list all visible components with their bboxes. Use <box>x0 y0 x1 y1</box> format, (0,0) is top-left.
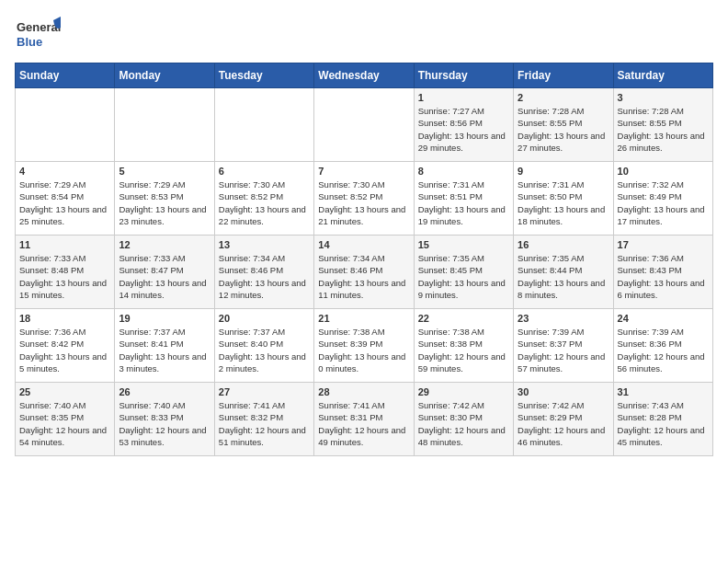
day-detail: Sunrise: 7:34 AM Sunset: 8:46 PM Dayligh… <box>219 252 310 301</box>
day-number: 21 <box>318 313 409 324</box>
day-number: 8 <box>418 166 509 177</box>
header-cell-thursday: Thursday <box>414 63 513 88</box>
day-number: 31 <box>618 386 709 397</box>
day-cell <box>16 88 115 162</box>
day-number: 16 <box>518 239 609 250</box>
day-number: 23 <box>518 313 609 324</box>
day-number: 13 <box>219 239 310 250</box>
day-cell: 6Sunrise: 7:30 AM Sunset: 8:52 PM Daylig… <box>214 162 313 236</box>
day-detail: Sunrise: 7:31 AM Sunset: 8:51 PM Dayligh… <box>418 178 509 227</box>
day-number: 1 <box>418 92 509 103</box>
day-number: 30 <box>518 386 609 397</box>
week-row: 25Sunrise: 7:40 AM Sunset: 8:35 PM Dayli… <box>16 383 713 456</box>
day-cell: 3Sunrise: 7:28 AM Sunset: 8:55 PM Daylig… <box>613 88 712 162</box>
day-cell: 24Sunrise: 7:39 AM Sunset: 8:36 PM Dayli… <box>613 309 712 383</box>
day-cell: 17Sunrise: 7:36 AM Sunset: 8:43 PM Dayli… <box>613 236 712 309</box>
day-cell: 16Sunrise: 7:35 AM Sunset: 8:44 PM Dayli… <box>514 236 613 309</box>
header-cell-monday: Monday <box>115 63 214 88</box>
day-cell: 7Sunrise: 7:30 AM Sunset: 8:52 PM Daylig… <box>314 162 414 236</box>
day-cell: 27Sunrise: 7:41 AM Sunset: 8:32 PM Dayli… <box>214 383 313 456</box>
day-cell: 26Sunrise: 7:40 AM Sunset: 8:33 PM Dayli… <box>115 383 214 456</box>
header-row: SundayMondayTuesdayWednesdayThursdayFrid… <box>16 63 713 88</box>
day-cell: 19Sunrise: 7:37 AM Sunset: 8:41 PM Dayli… <box>115 309 214 383</box>
day-number: 14 <box>318 239 409 250</box>
day-detail: Sunrise: 7:42 AM Sunset: 8:29 PM Dayligh… <box>518 399 609 448</box>
header: General Blue <box>15 15 713 52</box>
day-cell: 25Sunrise: 7:40 AM Sunset: 8:35 PM Dayli… <box>16 383 115 456</box>
header-cell-sunday: Sunday <box>16 63 115 88</box>
day-cell: 8Sunrise: 7:31 AM Sunset: 8:51 PM Daylig… <box>414 162 513 236</box>
day-detail: Sunrise: 7:35 AM Sunset: 8:44 PM Dayligh… <box>518 252 609 301</box>
day-number: 17 <box>618 239 709 250</box>
day-detail: Sunrise: 7:39 AM Sunset: 8:37 PM Dayligh… <box>518 326 609 374</box>
day-cell: 21Sunrise: 7:38 AM Sunset: 8:39 PM Dayli… <box>314 309 414 383</box>
day-number: 4 <box>19 166 110 177</box>
day-detail: Sunrise: 7:30 AM Sunset: 8:52 PM Dayligh… <box>219 178 310 227</box>
svg-text:Blue: Blue <box>17 35 42 49</box>
day-detail: Sunrise: 7:35 AM Sunset: 8:45 PM Dayligh… <box>418 252 509 301</box>
day-detail: Sunrise: 7:41 AM Sunset: 8:32 PM Dayligh… <box>219 399 310 448</box>
day-number: 10 <box>618 166 709 177</box>
calendar-body: 1Sunrise: 7:27 AM Sunset: 8:56 PM Daylig… <box>16 88 713 456</box>
day-cell: 14Sunrise: 7:34 AM Sunset: 8:46 PM Dayli… <box>314 236 414 309</box>
header-cell-wednesday: Wednesday <box>314 63 414 88</box>
day-detail: Sunrise: 7:40 AM Sunset: 8:33 PM Dayligh… <box>119 399 210 448</box>
day-detail: Sunrise: 7:31 AM Sunset: 8:50 PM Dayligh… <box>518 178 609 227</box>
header-cell-friday: Friday <box>514 63 613 88</box>
day-number: 2 <box>518 92 609 103</box>
day-detail: Sunrise: 7:38 AM Sunset: 8:38 PM Dayligh… <box>418 326 509 374</box>
day-number: 6 <box>219 166 310 177</box>
day-number: 20 <box>219 313 310 324</box>
day-cell: 23Sunrise: 7:39 AM Sunset: 8:37 PM Dayli… <box>514 309 613 383</box>
day-number: 28 <box>318 386 409 397</box>
day-number: 22 <box>418 313 509 324</box>
day-cell: 10Sunrise: 7:32 AM Sunset: 8:49 PM Dayli… <box>613 162 712 236</box>
day-cell: 1Sunrise: 7:27 AM Sunset: 8:56 PM Daylig… <box>414 88 513 162</box>
day-detail: Sunrise: 7:28 AM Sunset: 8:55 PM Dayligh… <box>618 105 709 154</box>
day-cell: 22Sunrise: 7:38 AM Sunset: 8:38 PM Dayli… <box>414 309 513 383</box>
day-number: 9 <box>518 166 609 177</box>
week-row: 4Sunrise: 7:29 AM Sunset: 8:54 PM Daylig… <box>16 162 713 236</box>
day-number: 12 <box>119 239 210 250</box>
day-detail: Sunrise: 7:28 AM Sunset: 8:55 PM Dayligh… <box>518 105 609 154</box>
day-cell: 29Sunrise: 7:42 AM Sunset: 8:30 PM Dayli… <box>414 383 513 456</box>
day-cell: 4Sunrise: 7:29 AM Sunset: 8:54 PM Daylig… <box>16 162 115 236</box>
day-detail: Sunrise: 7:37 AM Sunset: 8:40 PM Dayligh… <box>219 326 310 374</box>
week-row: 1Sunrise: 7:27 AM Sunset: 8:56 PM Daylig… <box>16 88 713 162</box>
day-detail: Sunrise: 7:42 AM Sunset: 8:30 PM Dayligh… <box>418 399 509 448</box>
day-cell: 5Sunrise: 7:29 AM Sunset: 8:53 PM Daylig… <box>115 162 214 236</box>
day-number: 7 <box>318 166 409 177</box>
day-detail: Sunrise: 7:43 AM Sunset: 8:28 PM Dayligh… <box>618 399 709 448</box>
day-cell: 30Sunrise: 7:42 AM Sunset: 8:29 PM Dayli… <box>514 383 613 456</box>
day-detail: Sunrise: 7:30 AM Sunset: 8:52 PM Dayligh… <box>318 178 409 227</box>
day-number: 24 <box>618 313 709 324</box>
day-detail: Sunrise: 7:34 AM Sunset: 8:46 PM Dayligh… <box>318 252 409 301</box>
day-detail: Sunrise: 7:36 AM Sunset: 8:43 PM Dayligh… <box>618 252 709 301</box>
day-detail: Sunrise: 7:33 AM Sunset: 8:48 PM Dayligh… <box>19 252 110 301</box>
day-number: 5 <box>119 166 210 177</box>
day-cell: 31Sunrise: 7:43 AM Sunset: 8:28 PM Dayli… <box>613 383 712 456</box>
day-cell: 2Sunrise: 7:28 AM Sunset: 8:55 PM Daylig… <box>514 88 613 162</box>
day-detail: Sunrise: 7:29 AM Sunset: 8:54 PM Dayligh… <box>19 178 110 227</box>
day-detail: Sunrise: 7:38 AM Sunset: 8:39 PM Dayligh… <box>318 326 409 374</box>
day-cell: 12Sunrise: 7:33 AM Sunset: 8:47 PM Dayli… <box>115 236 214 309</box>
day-cell <box>115 88 214 162</box>
day-number: 15 <box>418 239 509 250</box>
header-cell-saturday: Saturday <box>613 63 712 88</box>
day-cell: 13Sunrise: 7:34 AM Sunset: 8:46 PM Dayli… <box>214 236 313 309</box>
day-number: 11 <box>19 239 110 250</box>
day-cell: 11Sunrise: 7:33 AM Sunset: 8:48 PM Dayli… <box>16 236 115 309</box>
day-number: 25 <box>19 386 110 397</box>
day-cell: 20Sunrise: 7:37 AM Sunset: 8:40 PM Dayli… <box>214 309 313 383</box>
calendar-table: SundayMondayTuesdayWednesdayThursdayFrid… <box>15 63 713 456</box>
day-detail: Sunrise: 7:27 AM Sunset: 8:56 PM Dayligh… <box>418 105 509 154</box>
day-cell: 15Sunrise: 7:35 AM Sunset: 8:45 PM Dayli… <box>414 236 513 309</box>
day-detail: Sunrise: 7:40 AM Sunset: 8:35 PM Dayligh… <box>19 399 110 448</box>
day-cell <box>314 88 414 162</box>
week-row: 11Sunrise: 7:33 AM Sunset: 8:48 PM Dayli… <box>16 236 713 309</box>
day-detail: Sunrise: 7:32 AM Sunset: 8:49 PM Dayligh… <box>618 178 709 227</box>
day-detail: Sunrise: 7:29 AM Sunset: 8:53 PM Dayligh… <box>119 178 210 227</box>
day-cell: 18Sunrise: 7:36 AM Sunset: 8:42 PM Dayli… <box>16 309 115 383</box>
day-number: 26 <box>119 386 210 397</box>
day-number: 19 <box>119 313 210 324</box>
